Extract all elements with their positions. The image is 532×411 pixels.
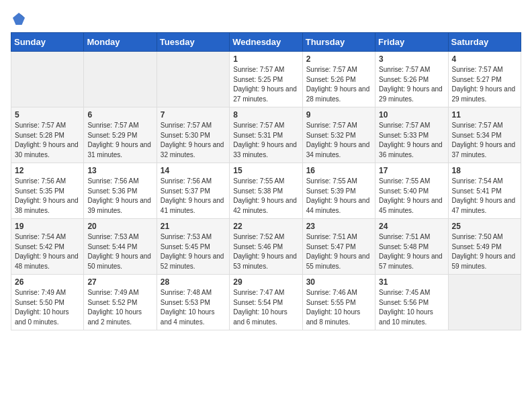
day-info: Sunrise: 7:57 AMSunset: 5:29 PMDaylight:… (87, 122, 151, 158)
calendar-cell: 19 Sunrise: 7:54 AMSunset: 5:42 PMDaylig… (11, 219, 84, 275)
day-info: Sunrise: 7:57 AMSunset: 5:33 PMDaylight:… (379, 122, 443, 158)
day-info: Sunrise: 7:56 AMSunset: 5:35 PMDaylight:… (15, 177, 79, 214)
day-number: 30 (306, 277, 371, 287)
calendar-cell: 10 Sunrise: 7:57 AMSunset: 5:33 PMDaylig… (375, 107, 448, 163)
calendar-cell: 31 Sunrise: 7:45 AMSunset: 5:56 PMDaylig… (375, 275, 448, 330)
calendar-cell: 23 Sunrise: 7:51 AMSunset: 5:47 PMDaylig… (302, 219, 375, 275)
day-number: 5 (15, 110, 80, 120)
calendar-week-4: 19 Sunrise: 7:54 AMSunset: 5:42 PMDaylig… (11, 219, 521, 275)
day-info: Sunrise: 7:54 AMSunset: 5:41 PMDaylight:… (452, 177, 516, 214)
day-number: 25 (452, 222, 517, 231)
day-info: Sunrise: 7:57 AMSunset: 5:28 PMDaylight:… (15, 122, 79, 158)
calendar-cell: 20 Sunrise: 7:53 AMSunset: 5:44 PMDaylig… (84, 219, 157, 275)
day-info: Sunrise: 7:51 AMSunset: 5:47 PMDaylight:… (306, 233, 370, 270)
day-number: 14 (161, 166, 226, 175)
day-number: 17 (379, 166, 444, 175)
calendar-cell: 21 Sunrise: 7:53 AMSunset: 5:45 PMDaylig… (157, 219, 229, 275)
day-number: 9 (306, 110, 371, 120)
day-info: Sunrise: 7:57 AMSunset: 5:34 PMDaylight:… (452, 122, 516, 158)
calendar-cell: 22 Sunrise: 7:52 AMSunset: 5:46 PMDaylig… (230, 219, 302, 275)
calendar-cell: 25 Sunrise: 7:50 AMSunset: 5:49 PMDaylig… (448, 219, 521, 275)
day-info: Sunrise: 7:49 AMSunset: 5:52 PMDaylight:… (87, 289, 142, 326)
day-number: 7 (161, 110, 226, 120)
calendar-cell: 8 Sunrise: 7:57 AMSunset: 5:31 PMDayligh… (230, 107, 302, 163)
calendar-cell: 24 Sunrise: 7:51 AMSunset: 5:48 PMDaylig… (375, 219, 448, 275)
day-number: 8 (233, 110, 298, 120)
day-info: Sunrise: 7:45 AMSunset: 5:56 PMDaylight:… (379, 289, 433, 326)
day-number: 28 (161, 277, 226, 287)
day-info: Sunrise: 7:55 AMSunset: 5:38 PMDaylight:… (233, 177, 297, 214)
calendar-cell: 4 Sunrise: 7:57 AMSunset: 5:27 PMDayligh… (448, 52, 521, 107)
calendar-cell (448, 275, 521, 330)
logo-icon (11, 11, 27, 27)
day-info: Sunrise: 7:55 AMSunset: 5:40 PMDaylight:… (379, 177, 443, 214)
weekday-header-friday: Friday (375, 33, 448, 52)
page-header (11, 11, 521, 27)
calendar-cell: 14 Sunrise: 7:56 AMSunset: 5:37 PMDaylig… (157, 163, 229, 219)
day-info: Sunrise: 7:53 AMSunset: 5:44 PMDaylight:… (87, 233, 151, 270)
weekday-header-monday: Monday (84, 33, 157, 52)
day-info: Sunrise: 7:53 AMSunset: 5:45 PMDaylight:… (161, 233, 224, 270)
day-number: 1 (233, 54, 298, 64)
day-number: 11 (452, 110, 517, 120)
day-number: 19 (15, 222, 80, 231)
calendar-cell: 3 Sunrise: 7:57 AMSunset: 5:26 PMDayligh… (375, 52, 448, 107)
calendar-cell: 26 Sunrise: 7:49 AMSunset: 5:50 PMDaylig… (11, 275, 84, 330)
day-number: 26 (15, 277, 80, 287)
calendar-cell: 5 Sunrise: 7:57 AMSunset: 5:28 PMDayligh… (11, 107, 84, 163)
day-info: Sunrise: 7:57 AMSunset: 5:31 PMDaylight:… (233, 122, 297, 158)
day-info: Sunrise: 7:57 AMSunset: 5:30 PMDaylight:… (161, 122, 224, 158)
weekday-header-tuesday: Tuesday (157, 33, 229, 52)
calendar-cell: 16 Sunrise: 7:55 AMSunset: 5:39 PMDaylig… (302, 163, 375, 219)
day-info: Sunrise: 7:57 AMSunset: 5:32 PMDaylight:… (306, 122, 370, 158)
day-info: Sunrise: 7:57 AMSunset: 5:26 PMDaylight:… (306, 66, 370, 103)
calendar-cell: 18 Sunrise: 7:54 AMSunset: 5:41 PMDaylig… (448, 163, 521, 219)
day-info: Sunrise: 7:57 AMSunset: 5:25 PMDaylight:… (233, 66, 297, 103)
day-number: 3 (379, 54, 444, 64)
calendar-cell (11, 52, 84, 107)
calendar-cell: 17 Sunrise: 7:55 AMSunset: 5:40 PMDaylig… (375, 163, 448, 219)
calendar-cell (84, 52, 157, 107)
calendar-cell: 6 Sunrise: 7:57 AMSunset: 5:29 PMDayligh… (84, 107, 157, 163)
day-number: 21 (161, 222, 226, 231)
day-number: 23 (306, 222, 371, 231)
calendar-cell: 28 Sunrise: 7:48 AMSunset: 5:53 PMDaylig… (157, 275, 229, 330)
calendar-cell: 12 Sunrise: 7:56 AMSunset: 5:35 PMDaylig… (11, 163, 84, 219)
day-number: 29 (233, 277, 298, 287)
day-number: 2 (306, 54, 371, 64)
day-info: Sunrise: 7:52 AMSunset: 5:46 PMDaylight:… (233, 233, 297, 270)
day-number: 13 (87, 166, 152, 175)
calendar-cell: 2 Sunrise: 7:57 AMSunset: 5:26 PMDayligh… (302, 52, 375, 107)
day-info: Sunrise: 7:55 AMSunset: 5:39 PMDaylight:… (306, 177, 370, 214)
calendar-table: SundayMondayTuesdayWednesdayThursdayFrid… (11, 32, 521, 330)
calendar-cell: 30 Sunrise: 7:46 AMSunset: 5:55 PMDaylig… (302, 275, 375, 330)
day-info: Sunrise: 7:48 AMSunset: 5:53 PMDaylight:… (161, 289, 215, 326)
day-info: Sunrise: 7:56 AMSunset: 5:37 PMDaylight:… (161, 177, 224, 214)
day-number: 6 (87, 110, 152, 120)
calendar-week-3: 12 Sunrise: 7:56 AMSunset: 5:35 PMDaylig… (11, 163, 521, 219)
day-number: 24 (379, 222, 444, 231)
day-number: 15 (233, 166, 298, 175)
day-info: Sunrise: 7:51 AMSunset: 5:48 PMDaylight:… (379, 233, 443, 270)
day-number: 16 (306, 166, 371, 175)
calendar-cell: 11 Sunrise: 7:57 AMSunset: 5:34 PMDaylig… (448, 107, 521, 163)
weekday-header-thursday: Thursday (302, 33, 375, 52)
day-info: Sunrise: 7:50 AMSunset: 5:49 PMDaylight:… (452, 233, 516, 270)
day-info: Sunrise: 7:47 AMSunset: 5:54 PMDaylight:… (233, 289, 287, 326)
calendar-cell: 13 Sunrise: 7:56 AMSunset: 5:36 PMDaylig… (84, 163, 157, 219)
day-number: 18 (452, 166, 517, 175)
day-number: 31 (379, 277, 444, 287)
calendar-cell: 9 Sunrise: 7:57 AMSunset: 5:32 PMDayligh… (302, 107, 375, 163)
day-number: 4 (452, 54, 517, 64)
day-info: Sunrise: 7:49 AMSunset: 5:50 PMDaylight:… (15, 289, 69, 326)
day-info: Sunrise: 7:56 AMSunset: 5:36 PMDaylight:… (87, 177, 151, 214)
calendar-cell: 15 Sunrise: 7:55 AMSunset: 5:38 PMDaylig… (230, 163, 302, 219)
weekday-header-sunday: Sunday (11, 33, 84, 52)
logo (11, 11, 30, 27)
calendar-week-2: 5 Sunrise: 7:57 AMSunset: 5:28 PMDayligh… (11, 107, 521, 163)
calendar-week-5: 26 Sunrise: 7:49 AMSunset: 5:50 PMDaylig… (11, 275, 521, 330)
day-info: Sunrise: 7:46 AMSunset: 5:55 PMDaylight:… (306, 289, 361, 326)
calendar-cell: 7 Sunrise: 7:57 AMSunset: 5:30 PMDayligh… (157, 107, 229, 163)
weekday-header-wednesday: Wednesday (230, 33, 302, 52)
calendar-cell: 1 Sunrise: 7:57 AMSunset: 5:25 PMDayligh… (230, 52, 302, 107)
